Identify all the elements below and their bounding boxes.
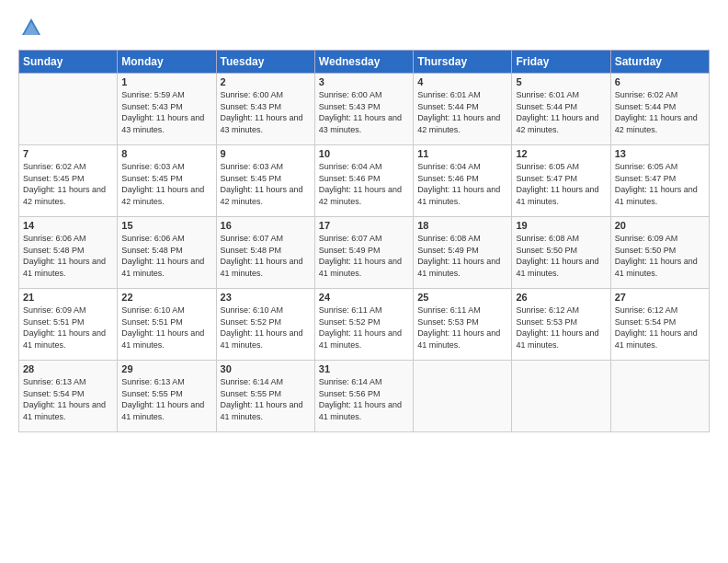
day-info: Sunrise: 6:02 AMSunset: 5:45 PMDaylight:… xyxy=(23,161,113,207)
day-number: 26 xyxy=(516,292,606,303)
day-number: 24 xyxy=(319,292,409,303)
day-number: 16 xyxy=(221,220,311,231)
day-number: 22 xyxy=(121,292,211,303)
day-info: Sunrise: 6:00 AMSunset: 5:43 PMDaylight:… xyxy=(221,89,311,135)
day-number: 7 xyxy=(23,148,113,159)
week-row-5: 28Sunrise: 6:13 AMSunset: 5:54 PMDayligh… xyxy=(19,361,710,432)
day-cell: 13Sunrise: 6:05 AMSunset: 5:47 PMDayligh… xyxy=(610,145,709,217)
day-number: 12 xyxy=(516,148,606,159)
day-info: Sunrise: 5:59 AMSunset: 5:43 PMDaylight:… xyxy=(121,89,211,135)
day-cell: 22Sunrise: 6:10 AMSunset: 5:51 PMDayligh… xyxy=(118,289,216,361)
day-cell: 25Sunrise: 6:11 AMSunset: 5:53 PMDayligh… xyxy=(414,289,512,361)
day-cell: 28Sunrise: 6:13 AMSunset: 5:54 PMDayligh… xyxy=(19,361,118,432)
day-info: Sunrise: 6:14 AMSunset: 5:56 PMDaylight:… xyxy=(319,376,409,422)
day-cell: 2Sunrise: 6:00 AMSunset: 5:43 PMDaylight… xyxy=(216,74,314,145)
day-info: Sunrise: 6:08 AMSunset: 5:50 PMDaylight:… xyxy=(516,233,606,279)
calendar-table: SundayMondayTuesdayWednesdayThursdayFrid… xyxy=(18,50,710,432)
header-row: SundayMondayTuesdayWednesdayThursdayFrid… xyxy=(19,51,710,74)
day-info: Sunrise: 6:07 AMSunset: 5:48 PMDaylight:… xyxy=(221,233,311,279)
day-cell: 12Sunrise: 6:05 AMSunset: 5:47 PMDayligh… xyxy=(512,145,610,217)
day-cell: 15Sunrise: 6:06 AMSunset: 5:48 PMDayligh… xyxy=(118,217,216,289)
day-number: 18 xyxy=(417,220,507,231)
day-number: 4 xyxy=(417,76,507,87)
col-header-sunday: Sunday xyxy=(19,51,118,74)
day-number: 23 xyxy=(221,292,311,303)
day-cell: 5Sunrise: 6:01 AMSunset: 5:44 PMDaylight… xyxy=(512,74,610,145)
day-cell: 18Sunrise: 6:08 AMSunset: 5:49 PMDayligh… xyxy=(414,217,512,289)
day-number: 27 xyxy=(615,292,705,303)
day-cell: 10Sunrise: 6:04 AMSunset: 5:46 PMDayligh… xyxy=(314,145,413,217)
day-cell: 4Sunrise: 6:01 AMSunset: 5:44 PMDaylight… xyxy=(414,74,512,145)
header xyxy=(18,15,710,40)
logo xyxy=(18,15,48,40)
day-number: 1 xyxy=(121,76,211,87)
day-cell: 20Sunrise: 6:09 AMSunset: 5:50 PMDayligh… xyxy=(610,217,709,289)
day-cell: 26Sunrise: 6:12 AMSunset: 5:53 PMDayligh… xyxy=(512,289,610,361)
day-cell: 16Sunrise: 6:07 AMSunset: 5:48 PMDayligh… xyxy=(216,217,314,289)
day-info: Sunrise: 6:03 AMSunset: 5:45 PMDaylight:… xyxy=(121,161,211,207)
day-number: 17 xyxy=(319,220,409,231)
day-cell xyxy=(19,74,118,145)
day-number: 8 xyxy=(121,148,211,159)
day-cell: 9Sunrise: 6:03 AMSunset: 5:45 PMDaylight… xyxy=(216,145,314,217)
day-info: Sunrise: 6:10 AMSunset: 5:52 PMDaylight:… xyxy=(221,304,311,350)
day-cell: 31Sunrise: 6:14 AMSunset: 5:56 PMDayligh… xyxy=(314,361,413,432)
day-info: Sunrise: 6:13 AMSunset: 5:54 PMDaylight:… xyxy=(23,376,113,422)
col-header-monday: Monday xyxy=(118,51,216,74)
day-info: Sunrise: 6:11 AMSunset: 5:53 PMDaylight:… xyxy=(417,304,507,350)
day-number: 3 xyxy=(319,76,409,87)
day-cell: 29Sunrise: 6:13 AMSunset: 5:55 PMDayligh… xyxy=(118,361,216,432)
col-header-saturday: Saturday xyxy=(610,51,709,74)
day-info: Sunrise: 6:06 AMSunset: 5:48 PMDaylight:… xyxy=(121,233,211,279)
day-info: Sunrise: 6:09 AMSunset: 5:50 PMDaylight:… xyxy=(615,233,705,279)
day-cell: 6Sunrise: 6:02 AMSunset: 5:44 PMDaylight… xyxy=(610,74,709,145)
day-number: 29 xyxy=(121,363,211,374)
day-info: Sunrise: 6:01 AMSunset: 5:44 PMDaylight:… xyxy=(417,89,507,135)
week-row-1: 1Sunrise: 5:59 AMSunset: 5:43 PMDaylight… xyxy=(19,74,710,145)
day-number: 20 xyxy=(615,220,705,231)
day-info: Sunrise: 6:00 AMSunset: 5:43 PMDaylight:… xyxy=(319,89,409,135)
col-header-wednesday: Wednesday xyxy=(314,51,413,74)
day-number: 2 xyxy=(221,76,311,87)
day-info: Sunrise: 6:05 AMSunset: 5:47 PMDaylight:… xyxy=(615,161,705,207)
day-cell: 7Sunrise: 6:02 AMSunset: 5:45 PMDaylight… xyxy=(19,145,118,217)
calendar-page: SundayMondayTuesdayWednesdayThursdayFrid… xyxy=(0,0,728,563)
day-number: 21 xyxy=(23,292,113,303)
day-cell xyxy=(414,361,512,432)
day-number: 13 xyxy=(615,148,705,159)
day-cell: 14Sunrise: 6:06 AMSunset: 5:48 PMDayligh… xyxy=(19,217,118,289)
day-info: Sunrise: 6:14 AMSunset: 5:55 PMDaylight:… xyxy=(221,376,311,422)
day-cell: 23Sunrise: 6:10 AMSunset: 5:52 PMDayligh… xyxy=(216,289,314,361)
day-number: 10 xyxy=(319,148,409,159)
logo-icon xyxy=(18,15,44,40)
col-header-tuesday: Tuesday xyxy=(216,51,314,74)
day-cell: 11Sunrise: 6:04 AMSunset: 5:46 PMDayligh… xyxy=(414,145,512,217)
day-info: Sunrise: 6:01 AMSunset: 5:44 PMDaylight:… xyxy=(516,89,606,135)
week-row-3: 14Sunrise: 6:06 AMSunset: 5:48 PMDayligh… xyxy=(19,217,710,289)
day-info: Sunrise: 6:09 AMSunset: 5:51 PMDaylight:… xyxy=(23,304,113,350)
day-info: Sunrise: 6:04 AMSunset: 5:46 PMDaylight:… xyxy=(319,161,409,207)
day-cell: 1Sunrise: 5:59 AMSunset: 5:43 PMDaylight… xyxy=(118,74,216,145)
day-number: 31 xyxy=(319,363,409,374)
day-info: Sunrise: 6:12 AMSunset: 5:53 PMDaylight:… xyxy=(516,304,606,350)
day-cell: 8Sunrise: 6:03 AMSunset: 5:45 PMDaylight… xyxy=(118,145,216,217)
col-header-thursday: Thursday xyxy=(414,51,512,74)
day-cell: 30Sunrise: 6:14 AMSunset: 5:55 PMDayligh… xyxy=(216,361,314,432)
day-number: 19 xyxy=(516,220,606,231)
day-info: Sunrise: 6:07 AMSunset: 5:49 PMDaylight:… xyxy=(319,233,409,279)
day-info: Sunrise: 6:11 AMSunset: 5:52 PMDaylight:… xyxy=(319,304,409,350)
day-number: 14 xyxy=(23,220,113,231)
day-number: 30 xyxy=(221,363,311,374)
day-cell: 3Sunrise: 6:00 AMSunset: 5:43 PMDaylight… xyxy=(314,74,413,145)
day-number: 28 xyxy=(23,363,113,374)
col-header-friday: Friday xyxy=(512,51,610,74)
day-info: Sunrise: 6:02 AMSunset: 5:44 PMDaylight:… xyxy=(615,89,705,135)
day-info: Sunrise: 6:06 AMSunset: 5:48 PMDaylight:… xyxy=(23,233,113,279)
week-row-2: 7Sunrise: 6:02 AMSunset: 5:45 PMDaylight… xyxy=(19,145,710,217)
day-cell: 19Sunrise: 6:08 AMSunset: 5:50 PMDayligh… xyxy=(512,217,610,289)
day-info: Sunrise: 6:13 AMSunset: 5:55 PMDaylight:… xyxy=(121,376,211,422)
day-number: 15 xyxy=(121,220,211,231)
day-info: Sunrise: 6:10 AMSunset: 5:51 PMDaylight:… xyxy=(121,304,211,350)
day-cell: 24Sunrise: 6:11 AMSunset: 5:52 PMDayligh… xyxy=(314,289,413,361)
day-cell xyxy=(512,361,610,432)
